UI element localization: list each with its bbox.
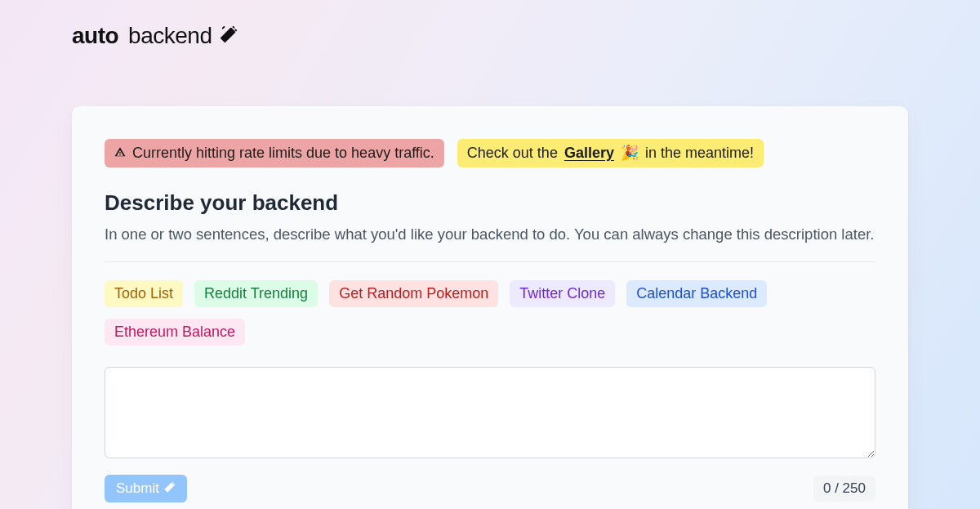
submit-button-label: Submit	[116, 480, 159, 497]
char-counter: 0 / 250	[813, 476, 875, 502]
chip-ethereum-balance[interactable]: Ethereum Balance	[105, 319, 245, 346]
alert-rate-limit-text: Currently hitting rate limits due to hea…	[132, 143, 434, 163]
chip-calendar-backend[interactable]: Calendar Backend	[626, 280, 767, 307]
footer-row: Submit 0 / 250	[105, 475, 875, 502]
chip-row: Todo ListReddit TrendingGet Random Pokem…	[105, 280, 875, 346]
party-icon: 🎉	[621, 143, 639, 163]
chip-get-random-pokemon[interactable]: Get Random Pokemon	[329, 280, 498, 307]
gallery-link[interactable]: Gallery	[564, 143, 614, 163]
chip-twitter-clone[interactable]: Twitter Clone	[510, 280, 615, 307]
logo-bold: auto	[72, 23, 118, 49]
app-logo: auto backend	[72, 23, 238, 49]
logo-light: backend	[128, 23, 212, 49]
page-root: auto backend Currently hitting rate limi…	[0, 0, 980, 509]
chip-reddit-trending[interactable]: Reddit Trending	[194, 280, 318, 307]
backend-description-input[interactable]	[105, 367, 875, 458]
alert-gallery-pre: Check out the	[467, 143, 558, 163]
wand-icon	[220, 23, 238, 49]
alert-rate-limit: Currently hitting rate limits due to hea…	[105, 139, 444, 167]
chip-todo-list[interactable]: Todo List	[105, 280, 183, 307]
alert-row: Currently hitting rate limits due to hea…	[105, 139, 875, 167]
section-subtitle: In one or two sentences, describe what y…	[105, 225, 875, 243]
alert-gallery: Check out the Gallery 🎉 in the meantime!	[457, 139, 764, 167]
warning-icon	[114, 143, 126, 163]
section-title: Describe your backend	[105, 190, 875, 216]
alert-gallery-post: in the meantime!	[645, 143, 754, 163]
divider	[105, 261, 875, 262]
main-card: Currently hitting rate limits due to hea…	[72, 106, 908, 509]
wand-icon	[164, 480, 176, 497]
submit-button[interactable]: Submit	[105, 475, 187, 502]
